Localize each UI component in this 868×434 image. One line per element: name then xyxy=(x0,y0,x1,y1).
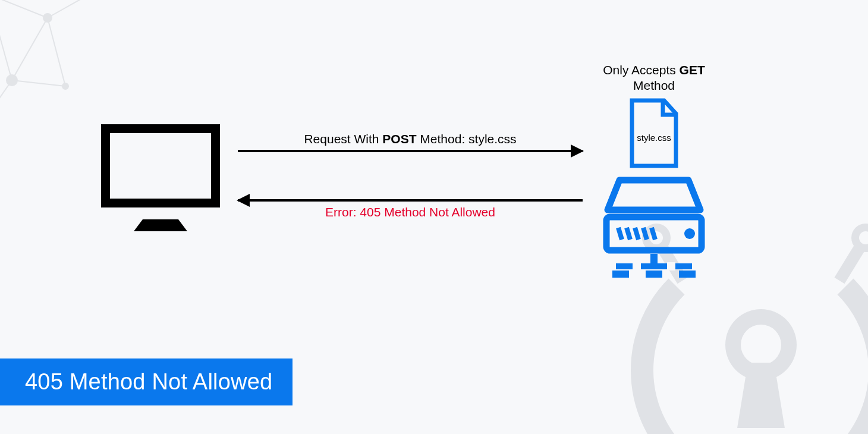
request-label: Request With POST Method: style.css xyxy=(238,132,583,146)
server-caption-pre: Only Accepts xyxy=(603,63,679,77)
svg-rect-33 xyxy=(646,271,662,278)
request-label-pre: Request With xyxy=(304,132,382,146)
svg-line-28 xyxy=(652,228,655,240)
server-caption: Only Accepts GET Method xyxy=(583,62,725,94)
response-arrow: Error: 405 Method Not Allowed xyxy=(238,199,583,219)
svg-line-27 xyxy=(643,228,647,240)
request-label-post: Method: style.css xyxy=(417,132,517,146)
file-icon: style.css xyxy=(627,98,681,168)
svg-rect-32 xyxy=(612,271,629,278)
client-monitor-icon xyxy=(98,118,223,243)
server-caption-post: Method xyxy=(633,78,675,92)
server-group: Only Accepts GET Method style.css xyxy=(597,98,710,279)
svg-line-24 xyxy=(618,228,622,240)
title-banner: 405 Method Not Allowed xyxy=(0,358,293,405)
banner-title: 405 Method Not Allowed xyxy=(25,369,272,394)
svg-rect-31 xyxy=(616,263,692,269)
svg-rect-34 xyxy=(679,271,696,278)
request-method: POST xyxy=(382,132,416,146)
svg-point-29 xyxy=(684,228,695,239)
server-icon xyxy=(597,175,710,279)
svg-rect-21 xyxy=(110,133,211,199)
svg-rect-36 xyxy=(667,262,675,271)
arrow-left-icon xyxy=(238,199,583,202)
request-arrow: Request With POST Method: style.css xyxy=(238,132,583,152)
svg-rect-30 xyxy=(650,254,658,263)
file-label: style.css xyxy=(627,133,681,143)
svg-line-26 xyxy=(635,228,639,240)
svg-marker-22 xyxy=(134,219,187,231)
server-caption-bold: GET xyxy=(680,63,705,77)
svg-rect-35 xyxy=(633,262,641,271)
arrow-right-icon xyxy=(238,150,583,152)
svg-line-25 xyxy=(627,228,630,240)
response-label: Error: 405 Method Not Allowed xyxy=(238,205,583,219)
